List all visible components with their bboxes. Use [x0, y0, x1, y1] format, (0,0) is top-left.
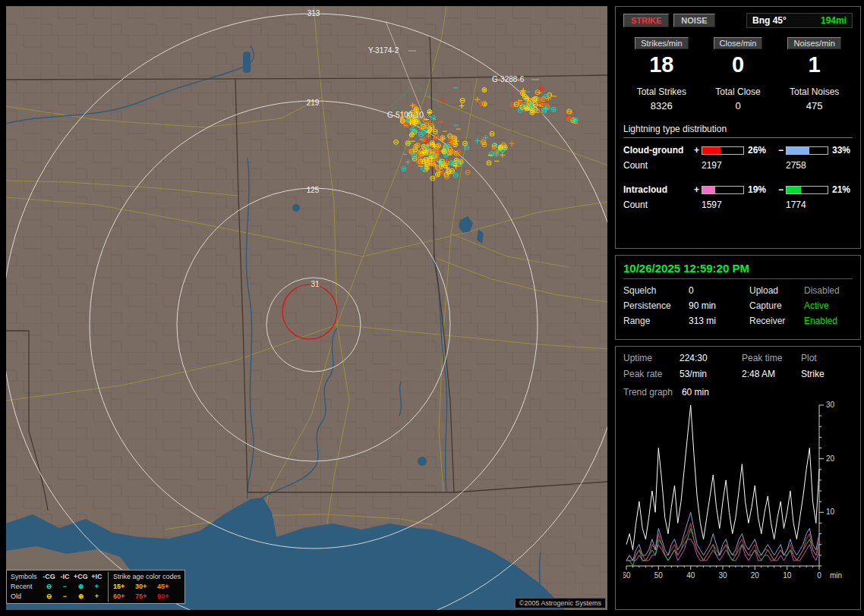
range-label: Range — [623, 316, 689, 326]
cg-plus-pct: 26% — [744, 145, 776, 156]
legend-row-label: Recent — [11, 582, 41, 592]
legend-age-title: Strike age color codes — [108, 572, 181, 582]
plot-label: Plot — [801, 353, 853, 363]
status-panel: 10/26/2025 12:59:20 PM Squelch 0 Upload … — [615, 255, 861, 340]
ic-plus-pct: 19% — [744, 184, 776, 195]
svg-text:30: 30 — [826, 401, 835, 409]
peak-rate-label: Peak rate — [623, 369, 680, 379]
cloud-ground-label: Cloud-ground — [623, 145, 692, 156]
legend-symbol-glyph: − — [57, 582, 73, 592]
svg-text:min: min — [830, 571, 842, 580]
trend-graph-label: Trend graph — [623, 387, 673, 398]
total-strikes-value: 8326 — [623, 100, 700, 112]
range-ring-label: 313 — [307, 9, 320, 17]
legend-row-label: Old — [11, 592, 41, 602]
legend-age-code: 45+ — [157, 582, 179, 592]
legend-age-code: 75+ — [135, 592, 157, 602]
session-panel: Uptime 224:30 Peak time Plot Peak rate 5… — [615, 346, 861, 610]
total-close-label: Total Close — [700, 86, 777, 97]
legend-symbol-glyph: + — [89, 592, 105, 602]
ic-plus-bar — [702, 186, 744, 194]
cg-plus-bar — [702, 146, 744, 155]
upload-value: Disabled — [804, 285, 853, 296]
capture-label: Capture — [749, 300, 804, 311]
uptime-value: 224:30 — [680, 353, 742, 363]
intracloud-label: Intracloud — [623, 184, 692, 195]
legend-header: Symbols-CG-IC+CG+ICStrike age color code… — [11, 572, 181, 582]
minus-sign: − — [776, 145, 786, 156]
range-ring-label: 31 — [311, 280, 320, 288]
distribution-title: Lightning type distribution — [623, 124, 853, 138]
app-window: 313 219 125 31 Y-3174-2 G-3288-6 G-5100-… — [0, 0, 864, 616]
ic-minus-bar — [786, 186, 828, 194]
total-noises-label: Total Noises — [776, 86, 853, 97]
trend-window-value: 60 min — [682, 387, 709, 398]
receiver-label: Receiver — [749, 316, 804, 326]
svg-text:20: 20 — [751, 571, 760, 580]
cg-minus-bar — [786, 146, 828, 155]
strikes-per-min-value: 18 — [623, 52, 700, 77]
svg-text:30: 30 — [718, 571, 727, 580]
total-close-value: 0 — [700, 100, 777, 112]
range-ring-label: 125 — [307, 186, 320, 194]
total-strikes-label: Total Strikes — [623, 86, 700, 97]
svg-text:0: 0 — [817, 571, 821, 580]
datetime-display: 10/26/2025 12:59:20 PM — [623, 262, 853, 279]
peak-rate-value: 53/min — [680, 369, 742, 379]
noises-per-min-chip[interactable]: Noises/min — [787, 37, 840, 49]
storm-cell-label: Y-3174-2 — [368, 46, 399, 55]
peak-time-label: Peak time — [742, 353, 801, 363]
legend-symbol-glyph: ⊕ — [73, 592, 89, 602]
close-per-min-value: 0 — [700, 52, 777, 77]
map-copyright: ©2005 Astrogenic Systems — [515, 598, 606, 608]
svg-text:50: 50 — [654, 571, 664, 580]
plot-value: Strike — [801, 369, 853, 379]
range-ring-label: 219 — [307, 99, 320, 107]
svg-text:10: 10 — [783, 571, 792, 580]
legend-symbol-glyph: − — [57, 592, 73, 602]
plus-sign: + — [692, 184, 702, 195]
map-area: 313 219 125 31 Y-3174-2 G-3288-6 G-5100-… — [6, 6, 607, 610]
minus-sign: − — [776, 184, 786, 195]
right-panel: STRIKE NOISE Bng 45° 194mi Strikes/min C… — [615, 6, 861, 610]
cg-count-label: Count — [623, 160, 692, 171]
persistence-value: 90 min — [689, 300, 749, 311]
trend-graph: 1020306050403020100min — [623, 399, 851, 584]
legend-age-code: 30+ — [135, 582, 157, 592]
strike-button[interactable]: STRIKE — [623, 14, 669, 27]
cg-plus-count: 2197 — [702, 160, 744, 171]
noises-per-min-value: 1 — [776, 52, 853, 77]
uptime-label: Uptime — [623, 353, 680, 363]
legend-column-header: -IC — [57, 572, 73, 582]
ic-plus-count: 1597 — [702, 200, 744, 210]
storm-cell-label: G-3288-6 — [492, 75, 525, 83]
legend-row: Recent⊖−⊕+15+30+45+ — [11, 582, 181, 592]
legend-symbol-glyph: ⊖ — [41, 592, 57, 602]
cg-minus-count: 2758 — [786, 160, 828, 171]
legend-symbols-label: Symbols — [11, 572, 41, 582]
legend-age-codes: 60+75+90+ — [108, 592, 179, 602]
ic-count-label: Count — [623, 200, 692, 210]
legend-age-code: 60+ — [113, 592, 135, 602]
stats-panel: STRIKE NOISE Bng 45° 194mi Strikes/min C… — [615, 6, 861, 249]
bearing-label: Bng 45° — [752, 15, 787, 26]
ic-minus-count: 1774 — [786, 200, 828, 210]
persistence-label: Persistence — [623, 300, 689, 311]
noise-button[interactable]: NOISE — [673, 14, 714, 27]
svg-text:20: 20 — [826, 454, 835, 463]
cg-minus-pct: 33% — [828, 145, 856, 156]
legend-age-code: 90+ — [157, 592, 179, 602]
squelch-label: Squelch — [623, 285, 689, 296]
map-legend: Symbols-CG-IC+CG+ICStrike age color code… — [6, 570, 185, 604]
close-per-min-chip[interactable]: Close/min — [714, 37, 763, 49]
ic-minus-pct: 21% — [828, 184, 856, 195]
total-noises-value: 475 — [776, 100, 853, 112]
lightning-map[interactable]: 313 219 125 31 Y-3174-2 G-3288-6 G-5100-… — [6, 6, 607, 610]
legend-row: Old⊖−⊕+60+75+90+ — [11, 592, 181, 602]
bearing-display: Bng 45° 194mi — [746, 13, 853, 28]
legend-age-code: 15+ — [113, 582, 135, 592]
legend-column-header: +CG — [73, 572, 89, 582]
strikes-per-min-chip[interactable]: Strikes/min — [635, 37, 688, 49]
svg-text:60: 60 — [623, 571, 631, 580]
legend-symbol-glyph: ⊕ — [73, 582, 89, 592]
